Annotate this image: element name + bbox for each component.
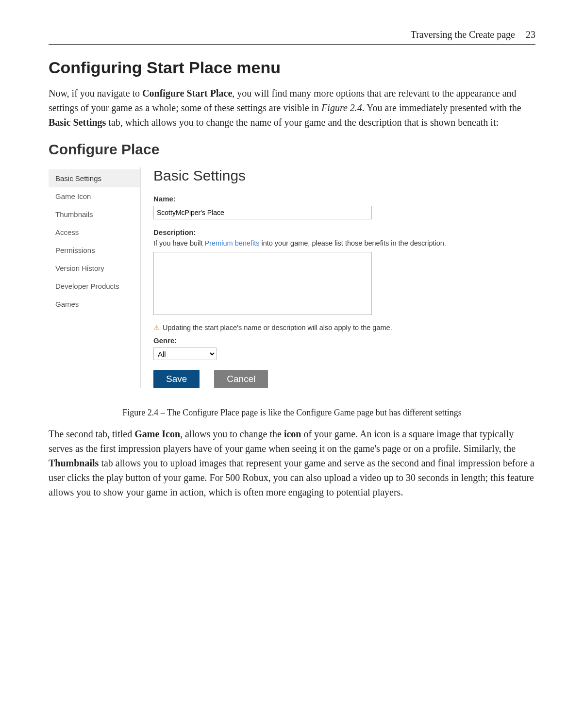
description-label: Description: [153, 228, 535, 236]
sidebar-item-game-icon[interactable]: Game Icon [49, 187, 140, 205]
warning-icon: ⚠ [153, 324, 160, 331]
intro-paragraph: Now, if you navigate to Configure Start … [49, 86, 535, 130]
description-hint: If you have built Premium benefits into … [153, 239, 535, 247]
sidebar-item-basic-settings[interactable]: Basic Settings [49, 169, 140, 187]
sidebar-item-developer-products[interactable]: Developer Products [49, 277, 140, 295]
sidebar-item-thumbnails[interactable]: Thumbnails [49, 205, 140, 223]
genre-label: Genre: [153, 336, 535, 345]
page-number: 23 [526, 29, 535, 40]
sidebar-item-games[interactable]: Games [49, 295, 140, 313]
name-input[interactable] [153, 206, 372, 219]
premium-benefits-link[interactable]: Premium benefits [205, 239, 260, 247]
second-paragraph: The second tab, titled Game Icon, allows… [49, 427, 535, 499]
page-header: Traversing the Create page 23 [49, 29, 535, 45]
configure-main: Basic Settings Name: Description: If you… [141, 167, 535, 388]
figure-caption: Figure 2.4 – The Configure Place page is… [49, 408, 535, 418]
warning-note: ⚠ Updating the start place's name or des… [153, 324, 535, 331]
save-button[interactable]: Save [153, 370, 200, 388]
configure-sidebar: Basic Settings Game Icon Thumbnails Acce… [49, 167, 141, 388]
description-textarea[interactable] [153, 252, 372, 315]
panel-heading: Basic Settings [153, 167, 535, 184]
sidebar-item-permissions[interactable]: Permissions [49, 241, 140, 259]
figure-2-4: Configure Place Basic Settings Game Icon… [49, 139, 535, 397]
genre-select[interactable]: All [153, 347, 217, 360]
section-heading: Configuring Start Place menu [49, 58, 535, 77]
cancel-button[interactable]: Cancel [214, 370, 268, 388]
button-row: Save Cancel [153, 370, 535, 388]
configure-place-panel: Basic Settings Game Icon Thumbnails Acce… [49, 167, 535, 388]
name-label: Name: [153, 195, 535, 203]
sidebar-item-version-history[interactable]: Version History [49, 259, 140, 277]
figure-title: Configure Place [49, 141, 535, 158]
chapter-name: Traversing the Create page [411, 29, 515, 40]
sidebar-item-access[interactable]: Access [49, 223, 140, 241]
